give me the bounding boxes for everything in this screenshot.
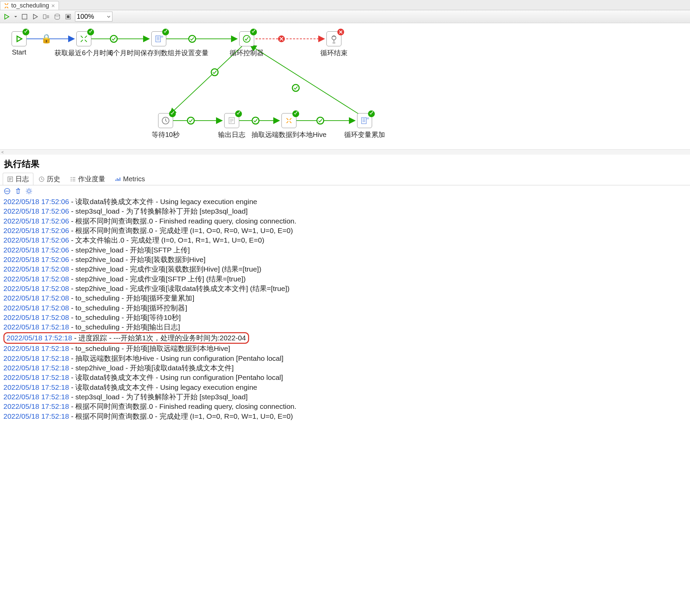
gear-icon[interactable] [25,187,33,195]
svg-rect-22 [156,36,160,42]
trash-icon[interactable] [14,187,22,195]
log-line: 2022/05/18 17:52:18 - to_scheduling - 开始… [3,344,687,353]
svg-rect-1 [43,15,46,19]
status-err-icon [337,29,344,35]
status-ok-icon [162,29,169,35]
status-ok-icon [292,110,299,117]
run-dropdown[interactable] [14,13,18,21]
log-line: 2022/05/18 17:52:08 - step2hive_load - 完… [3,264,687,274]
svg-point-34 [28,190,30,192]
log-line: 2022/05/18 17:52:08 - step2hive_load - 完… [3,274,687,284]
lock-icon: 🔒 [41,33,52,44]
status-ok-icon [250,29,257,35]
results-title: 执行结果 [0,155,690,173]
tab-log[interactable]: 日志 [3,173,33,185]
log-panel[interactable]: 2022/05/18 17:52:06 - 读取data转换成文本文件 - Us… [0,197,690,425]
svg-rect-4 [67,15,70,18]
chevron-down-icon [107,15,111,19]
svg-point-11 [278,35,285,42]
preview-button[interactable] [42,13,50,21]
explore-button[interactable] [64,13,72,21]
status-ok-icon [87,29,94,35]
results-tabs: 日志 历史 作业度量 Metrics [0,173,690,185]
node-outlog[interactable]: 输出日志 [221,113,242,139]
log-line: 2022/05/18 17:52:06 - step2hive_load - 开… [3,255,687,264]
tab-history[interactable]: 历史 [34,173,65,185]
log-icon [7,176,13,182]
log-line: 2022/05/18 17:52:08 - to_scheduling - 开始… [3,303,687,313]
svg-point-17 [252,117,259,124]
node-wait10[interactable]: 等待10秒 [155,113,176,139]
zoom-value: 100% [77,13,94,20]
tab-title: to_scheduling [11,2,49,9]
log-line: 2022/05/18 17:52:08 - to_scheduling - 开始… [3,313,687,322]
node-loopinc[interactable]: JS 循环变量累加 [354,113,375,139]
chevron-left-icon[interactable]: < [1,150,4,155]
svg-point-15 [187,117,194,124]
svg-point-9 [189,35,196,42]
svg-point-19 [317,117,324,124]
svg-point-13 [211,69,218,76]
node-get6m[interactable]: 获取最近6个月时间 [74,31,94,58]
log-line: 2022/05/18 17:52:06 - 根据不同时间查询数据.0 - 完成处… [3,226,687,235]
sql-button[interactable] [53,13,61,21]
svg-text:JS: JS [366,117,369,120]
log-line: 2022/05/18 17:52:18 - 进度跟踪 - ---开始第1次，处理… [3,332,249,344]
stop-button[interactable] [31,13,40,21]
svg-point-2 [55,14,60,16]
log-line: 2022/05/18 17:52:18 - 读取data转换成文本文件 - Us… [3,373,687,382]
log-line: 2022/05/18 17:52:06 - 文本文件输出.0 - 完成处理 (I… [3,235,687,245]
node-extract[interactable]: 抽取远端数据到本地Hive [279,113,299,139]
log-line: 2022/05/18 17:52:06 - step3sql_load - 为了… [3,206,687,216]
svg-point-7 [110,35,117,42]
status-ok-icon [235,110,242,117]
svg-text:JS: JS [160,35,163,38]
svg-point-25 [332,36,336,40]
node-loopctrl[interactable]: 循环控制器 [236,31,257,58]
log-line: 2022/05/18 17:52:08 - step2hive_load - 完… [3,284,687,293]
svg-point-21 [292,84,299,91]
job-icon [4,3,9,9]
log-line: 2022/05/18 17:52:18 - 抽取远端数据到本地Hive - Us… [3,354,687,363]
status-ok-icon [368,110,375,117]
svg-rect-28 [362,118,366,124]
log-toolbar [0,185,690,197]
job-canvas[interactable]: 🔒 Start 获取最近6个月时间 JS 6个月时间保存到数组并设置变量 循环控… [0,23,690,149]
log-line: 2022/05/18 17:52:06 - 读取data转换成文本文件 - Us… [3,197,687,206]
svg-rect-0 [22,14,27,19]
editor-tab[interactable]: to_scheduling ✕ [0,1,59,10]
log-line: 2022/05/18 17:52:08 - to_scheduling - 开始… [3,293,687,303]
history-icon [39,176,45,182]
run-button[interactable] [3,13,11,21]
status-ok-icon [22,29,29,35]
close-icon[interactable]: ✕ [51,3,55,9]
log-line: 2022/05/18 17:52:06 - 根据不同时间查询数据.0 - Fin… [3,216,687,226]
log-line: 2022/05/18 17:52:18 - step3sql_load - 为了… [3,392,687,402]
log-line: 2022/05/18 17:52:18 - 根据不同时间查询数据.0 - Fin… [3,402,687,411]
log-line: 2022/05/18 17:52:06 - step2hive_load - 开… [3,245,687,255]
tab-jobmetric[interactable]: 作业度量 [65,173,110,185]
clear-log-icon[interactable] [3,187,11,195]
log-line: 2022/05/18 17:52:18 - 根据不同时间查询数据.0 - 完成处… [3,412,687,421]
log-line: 2022/05/18 17:52:18 - 读取data转换成文本文件 - Us… [3,383,687,392]
log-line: 2022/05/18 17:52:18 - step2hive_load - 开… [3,363,687,373]
horizontal-scrollbar[interactable]: < [0,149,690,155]
metrics-icon [115,176,121,182]
node-loopend[interactable]: 循环结束 [324,31,344,58]
zoom-select[interactable]: 100% [75,12,112,21]
canvas-toolbar: 100% [0,10,690,23]
editor-tab-bar: to_scheduling ✕ [0,0,690,10]
status-ok-icon [169,110,176,117]
tab-metrics[interactable]: Metrics [110,173,149,185]
log-line: 2022/05/18 17:52:18 - to_scheduling - 开始… [3,322,687,332]
pause-button[interactable] [20,13,29,21]
node-start[interactable]: Start [9,31,29,56]
node-save6m[interactable]: JS 6个月时间保存到数组并设置变量 [149,31,169,58]
jobmetric-icon [70,176,76,182]
